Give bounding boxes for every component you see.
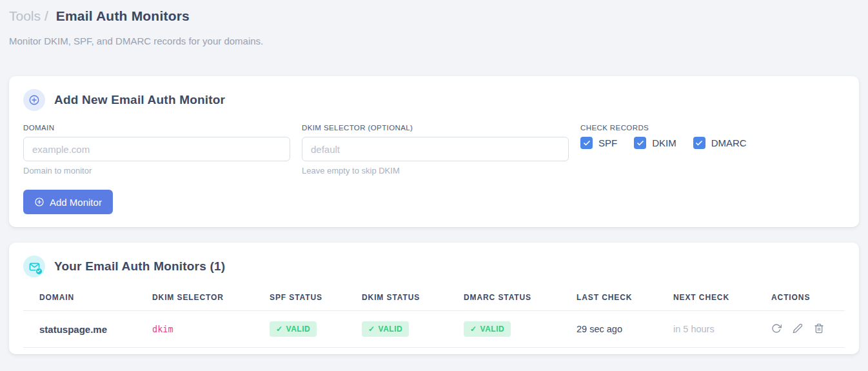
last-check-cell: 29 sec ago: [560, 311, 657, 348]
dmarc-status-label: VALID: [480, 325, 505, 334]
check-records-label: CHECK RECORDS: [580, 124, 747, 132]
check-icon: ✓: [470, 325, 477, 334]
spf-status-label: VALID: [286, 325, 311, 334]
check-dot-icon: [35, 268, 43, 275]
page-title: Email Auth Monitors: [56, 8, 190, 23]
check-icon: ✓: [368, 325, 375, 334]
dmarc-checkbox[interactable]: DMARC: [693, 137, 747, 149]
column-header-spf-status: SPF STATUS: [253, 286, 346, 311]
domain-field-hint: Domain to monitor: [23, 166, 290, 175]
dkim-selector-input[interactable]: [302, 137, 569, 161]
monitors-card-header: Your Email Auth Monitors (1): [23, 256, 845, 277]
column-header-last-check: LAST CHECK: [560, 286, 657, 311]
add-monitor-card-header: Add New Email Auth Monitor: [23, 89, 845, 111]
dmarc-status-cell: ✓ VALID: [448, 311, 560, 348]
page-subtitle: Monitor DKIM, SPF, and DMARC records for…: [9, 35, 859, 46]
checkbox-checked-icon: [634, 137, 646, 149]
monitors-table: DOMAIN DKIM SELECTOR SPF STATUS DKIM STA…: [23, 286, 845, 348]
check-icon: ✓: [276, 325, 283, 334]
pencil-icon: [793, 323, 803, 334]
dkim-selector-value: dkim: [152, 324, 173, 334]
add-monitor-card: Add New Email Auth Monitor DOMAIN Domain…: [9, 76, 859, 227]
actions-cell: [755, 311, 845, 348]
column-header-dkim-status: DKIM STATUS: [346, 286, 448, 311]
dmarc-checkbox-label: DMARC: [711, 137, 747, 148]
monitors-card-title: Your Email Auth Monitors (1): [54, 259, 225, 274]
delete-button[interactable]: [814, 323, 824, 334]
column-header-dmarc-status: DMARC STATUS: [448, 286, 560, 311]
domain-field: DOMAIN Domain to monitor: [23, 124, 290, 175]
checkbox-checked-icon: [580, 137, 593, 149]
add-monitor-button[interactable]: Add Monitor: [23, 190, 113, 214]
table-header-row: DOMAIN DKIM SELECTOR SPF STATUS DKIM STA…: [23, 286, 845, 311]
dkim-checkbox-label: DKIM: [652, 137, 676, 148]
breadcrumb: Tools/ Email Auth Monitors: [9, 8, 859, 25]
breadcrumb-tools-link[interactable]: Tools: [9, 8, 41, 23]
spf-checkbox-label: SPF: [598, 137, 617, 148]
column-header-dkim-selector: DKIM SELECTOR: [136, 286, 253, 311]
dkim-status-badge: ✓ VALID: [362, 321, 409, 337]
trash-icon: [814, 323, 824, 334]
dkim-status-cell: ✓ VALID: [346, 311, 448, 348]
check-records-group: SPF DKIM DMARC: [580, 137, 747, 149]
monitor-dkim-selector-cell: dkim: [136, 311, 253, 348]
spf-checkbox[interactable]: SPF: [580, 137, 617, 149]
spf-status-cell: ✓ VALID: [253, 311, 346, 348]
checkbox-checked-icon: [693, 137, 705, 149]
table-row: statuspage.me dkim ✓ VALID ✓ VALID: [23, 311, 845, 348]
email-auth-monitors-page: Tools/ Email Auth Monitors Monitor DKIM,…: [0, 0, 868, 354]
dkim-selector-field-hint: Leave empty to skip DKIM: [302, 166, 569, 175]
dkim-checkbox[interactable]: DKIM: [634, 137, 676, 149]
dkim-status-label: VALID: [379, 325, 403, 334]
breadcrumb-separator: /: [44, 8, 48, 23]
edit-button[interactable]: [793, 323, 803, 334]
check-records-field: CHECK RECORDS SPF DKIM: [580, 124, 747, 175]
add-monitor-card-title: Add New Email Auth Monitor: [54, 93, 225, 107]
refresh-icon: [771, 323, 782, 334]
dkim-selector-field: DKIM SELECTOR (OPTIONAL) Leave empty to …: [302, 124, 569, 175]
spf-status-badge: ✓ VALID: [270, 321, 317, 337]
domain-field-label: DOMAIN: [23, 124, 290, 132]
dmarc-status-badge: ✓ VALID: [464, 321, 511, 337]
add-monitor-button-label: Add Monitor: [50, 197, 102, 208]
monitors-list-card: Your Email Auth Monitors (1) DOMAIN DKIM…: [9, 243, 859, 354]
envelope-check-icon: [23, 256, 45, 277]
plus-circle-icon: [34, 197, 44, 207]
column-header-next-check: NEXT CHECK: [657, 286, 755, 311]
column-header-domain: DOMAIN: [23, 286, 136, 311]
dkim-selector-field-label: DKIM SELECTOR (OPTIONAL): [302, 124, 569, 132]
column-header-actions: ACTIONS: [755, 286, 845, 311]
domain-input[interactable]: [23, 137, 290, 161]
plus-circle-icon: [23, 89, 45, 111]
refresh-button[interactable]: [771, 323, 782, 334]
monitor-domain: statuspage.me: [23, 311, 136, 348]
next-check-cell: in 5 hours: [657, 311, 755, 348]
add-monitor-form: DOMAIN Domain to monitor DKIM SELECTOR (…: [23, 124, 845, 175]
